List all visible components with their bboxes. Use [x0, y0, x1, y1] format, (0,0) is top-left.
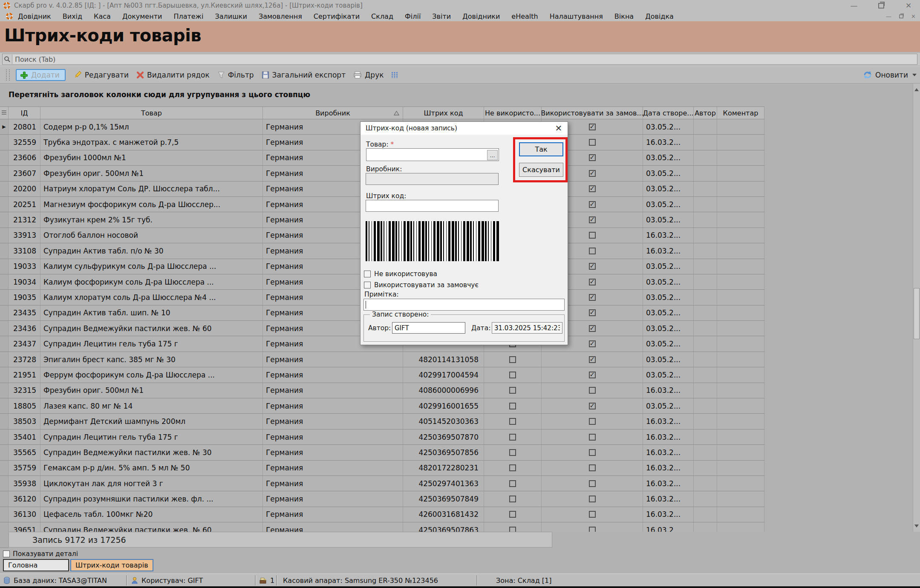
row-selector-marker[interactable]: [0, 414, 9, 429]
use-default-checkbox[interactable]: [589, 387, 596, 394]
column-header-comment[interactable]: Коментар: [717, 107, 764, 119]
scrollbar-thumb[interactable]: [914, 288, 920, 339]
use-default-checkbox[interactable]: [589, 325, 596, 332]
add-button[interactable]: Додати: [16, 69, 66, 81]
not-used-checkbox[interactable]: [509, 464, 516, 471]
column-header-use-default[interactable]: Використовувати за замов...: [542, 107, 643, 119]
date-input[interactable]: [492, 322, 562, 334]
row-selector-marker[interactable]: [0, 228, 9, 243]
use-default-checkbox[interactable]: [589, 527, 596, 532]
table-row[interactable]: 35938Циклокутан лак для ногтей 3 гГерман…: [0, 476, 764, 491]
column-header-id[interactable]: ІД: [9, 107, 40, 119]
product-input[interactable]: [366, 148, 499, 161]
row-selector-marker[interactable]: [0, 306, 9, 320]
menu-item[interactable]: eHealth: [511, 12, 538, 20]
use-default-checkbox[interactable]: [589, 232, 596, 239]
menu-item[interactable]: Вихід: [63, 12, 82, 20]
row-selector-marker[interactable]: [0, 336, 9, 351]
menu-item[interactable]: Залишки: [215, 12, 247, 20]
mdi-restore-button[interactable]: [898, 14, 904, 19]
column-header-author[interactable]: Автор: [694, 107, 717, 119]
use-default-checkbox[interactable]: [589, 372, 596, 378]
row-selector-marker[interactable]: [0, 119, 9, 134]
row-selector-marker[interactable]: [0, 352, 9, 367]
use-default-checkbox[interactable]: [589, 340, 596, 347]
dialog-close-icon[interactable]: ✕: [553, 123, 564, 133]
table-row[interactable]: 23728Эпигалин брест капс. 385 мг № 30Гер…: [0, 352, 764, 367]
column-header-created[interactable]: Дата створе...: [643, 107, 694, 119]
menu-item[interactable]: Документи: [122, 12, 162, 20]
use-default-checkbox[interactable]: [589, 309, 596, 316]
restore-button[interactable]: [876, 1, 887, 10]
row-selector-marker[interactable]: [0, 259, 9, 274]
use-default-checkbox[interactable]: [589, 170, 596, 177]
row-selector-marker[interactable]: [0, 522, 9, 532]
use-default-checkbox[interactable]: [589, 418, 596, 425]
table-row[interactable]: 35759Гемаксам р-р д/ин. 5% амп. 5 мл № 5…: [0, 461, 764, 476]
row-selector-marker[interactable]: [0, 491, 9, 506]
show-details-checkbox[interactable]: [3, 551, 10, 557]
row-indicator-header[interactable]: [0, 107, 9, 119]
use-default-checkbox[interactable]: [589, 263, 596, 270]
row-selector-marker[interactable]: [0, 166, 9, 181]
menu-item[interactable]: Вікна: [614, 12, 634, 20]
not-used-checkbox[interactable]: [509, 480, 516, 487]
column-header-not-used[interactable]: Не використо...: [484, 107, 542, 119]
table-row[interactable]: 36120Супрадин розумняшки пастилки жев. ф…: [0, 491, 764, 507]
not-used-checkbox[interactable]: [509, 387, 516, 394]
tab-active[interactable]: Штрих-коди товарів: [70, 559, 153, 571]
table-row[interactable]: 18805Лазея капс. 80 мг № 14Германия40299…: [0, 398, 764, 414]
search-icon[interactable]: [3, 55, 12, 64]
mdi-minimize-button[interactable]: —: [886, 13, 891, 20]
row-selector-marker[interactable]: [0, 461, 9, 476]
use-default-checkbox[interactable]: [364, 282, 371, 288]
table-row[interactable]: 38503Дермифант Детский шампунь 200млГерм…: [0, 414, 764, 429]
row-selector-marker[interactable]: [0, 507, 9, 522]
column-header-product[interactable]: Товар: [40, 107, 263, 119]
note-input[interactable]: [363, 299, 565, 311]
row-selector-marker[interactable]: [0, 135, 9, 150]
not-used-checkbox[interactable]: [509, 434, 516, 441]
use-default-checkbox[interactable]: [589, 154, 596, 161]
export-button[interactable]: Загальний експорт: [262, 71, 346, 79]
not-used-checkbox[interactable]: [509, 449, 516, 456]
table-row[interactable]: 32315Фрезубин ориг. 500мл №1Германия4086…: [0, 383, 764, 398]
row-selector-marker[interactable]: [0, 445, 9, 460]
not-used-checkbox[interactable]: [509, 511, 516, 518]
use-default-checkbox[interactable]: [589, 185, 596, 192]
row-selector-marker[interactable]: [0, 274, 9, 289]
use-default-checkbox[interactable]: [589, 496, 596, 502]
use-default-checkbox[interactable]: [589, 449, 596, 456]
row-selector-marker[interactable]: [0, 476, 9, 491]
use-default-checkbox[interactable]: [589, 511, 596, 518]
menu-item[interactable]: Довідники: [462, 12, 500, 20]
print-button[interactable]: Друк: [353, 71, 384, 79]
scroll-down-button[interactable]: [914, 522, 920, 530]
vertical-scrollbar[interactable]: [913, 84, 920, 532]
tab-inactive[interactable]: Головна: [3, 559, 69, 571]
not-used-checkbox[interactable]: [509, 356, 516, 363]
row-selector-marker[interactable]: [0, 429, 9, 444]
menu-item[interactable]: Сертифікати: [314, 12, 360, 20]
table-row[interactable]: 36130Цефасель табл. 100мкг №20Германия42…: [0, 507, 764, 522]
search-box[interactable]: [2, 54, 917, 65]
row-selector-marker[interactable]: [0, 182, 9, 196]
column-header-barcode[interactable]: Штрих код: [403, 107, 484, 119]
use-default-checkbox[interactable]: [589, 403, 596, 409]
row-selector-marker[interactable]: [0, 150, 9, 165]
row-selector-marker[interactable]: [0, 290, 9, 305]
row-selector-marker[interactable]: [0, 243, 9, 258]
row-selector-marker[interactable]: [0, 383, 9, 398]
table-row[interactable]: 39651Супрадин Ведмежуйки пастилки жев. №…: [0, 522, 764, 532]
menu-item[interactable]: Склад: [371, 12, 393, 20]
not-used-checkbox[interactable]: [509, 403, 516, 409]
refresh-dropdown-caret[interactable]: [912, 74, 917, 76]
product-lookup-button[interactable]: ...: [487, 150, 498, 160]
use-default-checkbox[interactable]: [589, 356, 596, 363]
menu-item[interactable]: Каса: [94, 12, 111, 20]
table-row[interactable]: 35401Супрадин Лецитин гель туба 175 гГер…: [0, 429, 764, 445]
close-button[interactable]: ✕: [903, 1, 914, 10]
use-default-checkbox[interactable]: [589, 216, 596, 223]
author-input[interactable]: [392, 322, 465, 334]
row-selector-marker[interactable]: [0, 321, 9, 336]
